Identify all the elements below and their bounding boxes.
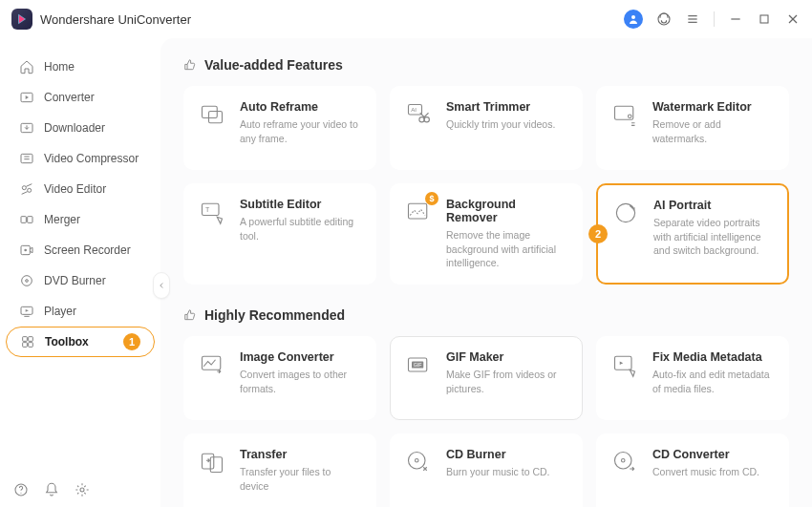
card-desc: Auto reframe your video to any frame.	[240, 117, 362, 145]
card-title: Auto Reframe	[240, 100, 362, 114]
content: Value-added Features Auto Reframe Auto r…	[160, 38, 812, 507]
thumb-icon	[183, 58, 197, 72]
card-title: CD Burner	[446, 448, 550, 461]
sidebar-item-label: Player	[44, 305, 76, 318]
card-transfer[interactable]: Transfer Transfer your files to device	[183, 433, 376, 507]
svg-point-57	[622, 459, 626, 463]
svg-rect-53	[210, 457, 222, 473]
section-head-value-added: Value-added Features	[183, 57, 789, 73]
support-icon[interactable]	[656, 11, 672, 27]
auto-reframe-icon	[198, 100, 226, 129]
sidebar-item-converter[interactable]: Converter	[6, 82, 155, 113]
svg-point-29	[20, 493, 21, 494]
notification-icon[interactable]	[44, 482, 59, 497]
account-button[interactable]	[624, 10, 643, 29]
card-title: Watermark Editor	[652, 100, 775, 114]
help-icon[interactable]	[13, 482, 29, 497]
sidebar-item-home[interactable]: Home	[6, 52, 155, 82]
sidebar: Home Converter Downloader Video Compress…	[0, 38, 160, 507]
card-title: Fix Media Metadata	[652, 350, 775, 364]
card-title: Smart Trimmer	[446, 100, 555, 114]
svg-point-54	[409, 453, 426, 470]
thumb-icon	[183, 308, 197, 322]
card-image-converter[interactable]: Image Converter Convert images to other …	[183, 336, 376, 420]
sidebar-item-label: Video Compressor	[44, 152, 139, 165]
section-title: Highly Recommended	[204, 307, 345, 323]
svg-text:AI: AI	[411, 106, 417, 113]
svg-rect-17	[28, 217, 32, 223]
card-title: CD Converter	[652, 448, 759, 461]
sidebar-item-toolbox[interactable]: Toolbox 1	[6, 327, 155, 357]
card-title: GIF Maker	[446, 350, 568, 364]
card-desc: Transfer your files to device	[240, 465, 362, 493]
card-desc: Remove the image background with artific…	[446, 228, 568, 270]
sidebar-item-video-editor[interactable]: Video Editor	[6, 174, 155, 204]
close-button[interactable]	[785, 11, 801, 27]
card-desc: Auto-fix and edit metadata of media file…	[652, 368, 775, 395]
svg-rect-24	[23, 337, 28, 342]
card-desc: A powerful subtitle editing tool.	[240, 215, 362, 243]
sidebar-item-dvd-burner[interactable]: DVD Burner	[6, 265, 155, 296]
card-auto-reframe[interactable]: Auto Reframe Auto reframe your video to …	[183, 86, 376, 170]
section-title: Value-added Features	[204, 57, 343, 73]
card-title: AI Portrait	[653, 199, 774, 212]
card-ai-portrait[interactable]: 2 AI Portrait Separate video portraits w…	[596, 183, 789, 285]
svg-point-0	[631, 15, 635, 19]
svg-point-21	[26, 280, 29, 283]
svg-rect-27	[29, 343, 33, 348]
sidebar-item-label: Video Editor	[44, 182, 106, 196]
sidebar-item-compressor[interactable]: Video Compressor	[6, 143, 155, 174]
cd-burner-icon	[404, 448, 433, 476]
titlebar-controls	[624, 10, 801, 29]
svg-point-30	[80, 488, 84, 492]
svg-point-12	[22, 186, 26, 190]
card-cd-converter[interactable]: CD Converter Convert music from CD.	[596, 433, 789, 507]
sidebar-item-screen-recorder[interactable]: Screen Recorder	[6, 235, 155, 265]
card-cd-burner[interactable]: CD Burner Burn your music to CD.	[390, 433, 583, 507]
svg-rect-31	[203, 106, 218, 117]
highlight-badge: 2	[588, 224, 608, 243]
svg-point-40	[629, 115, 632, 118]
card-gif-maker[interactable]: GIF GIF Maker Make GIF from videos or pi…	[390, 336, 583, 420]
svg-rect-6	[760, 15, 768, 23]
sidebar-item-downloader[interactable]: Downloader	[6, 113, 155, 143]
card-desc: Remove or add watermarks.	[652, 117, 775, 145]
card-desc: Convert music from CD.	[652, 465, 759, 479]
paid-badge: $	[425, 192, 438, 205]
minimize-button[interactable]	[728, 11, 743, 27]
card-desc: Convert images to other formats.	[240, 368, 362, 395]
cd-converter-icon	[610, 448, 639, 476]
card-title: Transfer	[240, 448, 362, 461]
svg-rect-52	[203, 454, 214, 469]
menu-icon[interactable]	[685, 11, 700, 27]
svg-rect-32	[209, 112, 223, 123]
sidebar-collapse-button[interactable]	[153, 272, 170, 299]
card-watermark-editor[interactable]: Watermark Editor Remove or add watermark…	[596, 86, 789, 170]
svg-point-55	[416, 459, 419, 463]
svg-rect-43	[203, 203, 220, 215]
card-subtitle-editor[interactable]: T Subtitle Editor A powerful subtitle ed…	[183, 183, 376, 285]
transfer-icon	[198, 448, 226, 476]
card-desc: Make GIF from videos or pictures.	[446, 368, 568, 395]
section-head-highly: Highly Recommended	[183, 307, 789, 323]
card-smart-trimmer[interactable]: AI Smart Trimmer Quickly trim your video…	[390, 86, 583, 170]
svg-text:T: T	[205, 206, 210, 213]
sidebar-item-player[interactable]: Player	[6, 296, 155, 327]
svg-line-14	[26, 184, 32, 187]
svg-line-15	[22, 192, 28, 195]
card-background-remover[interactable]: $ Background Remover Remove the image ba…	[390, 183, 583, 285]
card-desc: Separate video portraits with artificial…	[653, 216, 774, 258]
card-title: Subtitle Editor	[240, 198, 362, 211]
svg-point-19	[24, 249, 27, 252]
sidebar-item-label: Converter	[44, 91, 95, 104]
svg-point-13	[28, 188, 32, 192]
card-fix-metadata[interactable]: Fix Media Metadata Auto-fix and edit met…	[596, 336, 789, 420]
maximize-button[interactable]	[757, 11, 772, 27]
settings-icon[interactable]	[75, 482, 90, 497]
card-desc: Burn your music to CD.	[446, 465, 550, 479]
sidebar-item-label: Downloader	[44, 121, 105, 135]
svg-point-20	[22, 276, 32, 286]
svg-rect-25	[29, 337, 33, 342]
sidebar-item-merger[interactable]: Merger	[6, 204, 155, 235]
svg-rect-45	[409, 203, 427, 219]
